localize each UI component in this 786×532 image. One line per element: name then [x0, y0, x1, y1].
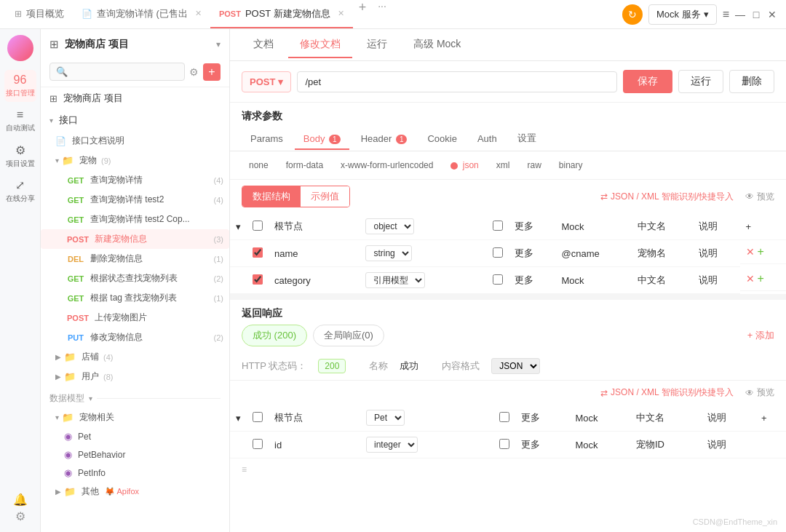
tab-overview[interactable]: ⊞ 项目概览 [6, 0, 73, 28]
refresh-button[interactable]: ↻ [622, 4, 643, 25]
minimize-button[interactable]: — [735, 9, 745, 20]
list-item[interactable]: DEL 删除宠物信息 (1) [41, 249, 229, 269]
add-field-button[interactable]: + [740, 213, 786, 240]
nav-item-settings[interactable]: ⚙ 项目设置 [4, 140, 36, 172]
menu-button[interactable]: ≡ [723, 8, 729, 21]
nav-item-share[interactable]: ⤢ 在线分享 [4, 175, 36, 207]
add-response-button[interactable]: + 添加 [747, 329, 774, 342]
doc-item[interactable]: 📄 接口文档说明 [41, 131, 229, 151]
resp-root-checkbox[interactable] [253, 412, 263, 422]
folder-pet[interactable]: ▾ 📁 宠物 (9) [41, 151, 229, 170]
body-type-raw[interactable]: raw [520, 157, 548, 173]
tab-close-pet-detail[interactable]: ✕ [195, 9, 202, 18]
mock-service-button[interactable]: Mock 服务 ▾ [648, 4, 717, 25]
more-button[interactable]: 更多 [509, 267, 555, 294]
tab-body[interactable]: Body 1 [295, 129, 349, 150]
desc-button[interactable]: 说明 [702, 405, 756, 432]
body-type-urlencoded[interactable]: x-www-form-urlencoded [333, 157, 440, 173]
list-item[interactable]: GET 查询宠物详情 test2 Cop... [41, 210, 229, 229]
interface-section-header[interactable]: ▾ 接口 [41, 109, 229, 131]
close-button[interactable]: ✕ [767, 9, 777, 20]
type-select[interactable]: object [365, 218, 414, 234]
add-field-button[interactable]: + [758, 245, 764, 258]
add-field-button[interactable]: + [758, 272, 764, 285]
name-type-select[interactable]: string [365, 245, 412, 261]
resp-id-checkbox[interactable] [253, 439, 263, 449]
response-import-link[interactable]: ⇄ JSON / XML 智能识别/快捷导入 [600, 386, 734, 399]
desc-button[interactable]: 说明 [693, 213, 739, 240]
content-type-select[interactable]: JSON [491, 358, 540, 374]
expand-arrow[interactable]: ▾ [230, 213, 247, 240]
maximize-button[interactable]: □ [751, 9, 761, 20]
body-type-form-data[interactable]: form-data [279, 157, 330, 173]
list-item[interactable]: GET 根据状态查找宠物列表 (2) [41, 269, 229, 288]
tab-doc[interactable]: 文档 [242, 32, 285, 58]
expand-arrow[interactable]: ▾ [230, 405, 247, 432]
body-type-json[interactable]: json [443, 157, 485, 173]
list-item[interactable]: GET 根据 tag 查找宠物列表 (1) [41, 288, 229, 308]
data-model-arrow[interactable]: ▾ [89, 394, 92, 402]
tab-auth[interactable]: Auth [469, 129, 506, 150]
more-button[interactable]: 更多 [509, 240, 555, 267]
list-item[interactable]: POST 上传宠物图片 [41, 308, 229, 327]
body-type-binary[interactable]: binary [552, 157, 590, 173]
name-required-checkbox[interactable] [493, 247, 503, 258]
run-button[interactable]: 运行 [678, 70, 723, 93]
method-select[interactable]: POST ▾ [242, 71, 291, 92]
save-button[interactable]: 保存 [623, 70, 672, 93]
tab-run[interactable]: 运行 [355, 32, 399, 58]
tab-header[interactable]: Header 1 [352, 129, 416, 150]
resp-root-req-checkbox[interactable] [499, 412, 509, 422]
add-field-button[interactable]: + [755, 405, 786, 432]
filter-icon[interactable]: ⚙ [189, 66, 199, 78]
path-input[interactable] [297, 71, 617, 92]
category-required-checkbox[interactable] [493, 274, 503, 285]
response-preview-link[interactable]: 👁 预览 [745, 386, 774, 399]
import-link[interactable]: ⇄ JSON / XML 智能识别/快捷导入 [600, 191, 734, 203]
category-checkbox[interactable] [253, 274, 263, 285]
delete-field-button[interactable]: ✕ [746, 273, 755, 285]
delete-button[interactable]: 删除 [729, 70, 774, 93]
model-item-petinfo[interactable]: ◉ PetInfo [41, 464, 229, 482]
list-item[interactable]: PUT 修改宠物信息 (2) [41, 327, 229, 347]
desc-button[interactable]: 说明 [702, 432, 756, 458]
body-type-none[interactable]: none [242, 157, 276, 173]
body-type-xml[interactable]: xml [489, 157, 517, 173]
preview-link[interactable]: 👁 预览 [745, 191, 774, 203]
ds-btn-example[interactable]: 示例值 [301, 186, 349, 207]
model-item-pet[interactable]: ◉ Pet [41, 427, 229, 445]
search-input[interactable] [71, 67, 178, 77]
list-item[interactable]: GET 查询宠物详情 (4) [41, 170, 229, 190]
tab-new-pet[interactable]: POST POST 新建宠物信息 ✕ [210, 0, 353, 28]
folder-store[interactable]: ▶ 📁 店铺 (4) [41, 347, 229, 367]
add-button[interactable]: + [203, 63, 221, 81]
model-item-petbehavior[interactable]: ◉ PetBehavior [41, 445, 229, 464]
folder-user[interactable]: ▶ 📁 用户 (8) [41, 367, 229, 386]
required-checkbox[interactable] [493, 221, 503, 231]
tab-modify-doc[interactable]: 修改文档 [288, 32, 352, 58]
root-checkbox[interactable] [253, 221, 263, 231]
desc-button[interactable]: 说明 [693, 240, 739, 267]
resp-root-type-select[interactable]: Pet [366, 410, 405, 426]
response-tab-global[interactable]: 全局响应(0) [313, 325, 384, 346]
list-item[interactable]: GET 查询宠物详情 test2 (4) [41, 190, 229, 210]
tab-advanced-mock[interactable]: 高级 Mock [402, 32, 472, 58]
nav-item-auto-test[interactable]: ≡ 自动测试 [4, 105, 36, 137]
tab-add-button[interactable]: + [353, 0, 373, 28]
tab-more-button[interactable]: ··· [372, 0, 392, 28]
folder-pet-models[interactable]: ▾ 📁 宠物相关 [41, 408, 229, 427]
overview-item[interactable]: ⊞ 宠物商店 项目 [41, 87, 229, 109]
more-button[interactable]: 更多 [515, 405, 570, 432]
ds-btn-structure[interactable]: 数据结构 [242, 186, 301, 207]
tab-cookie[interactable]: Cookie [418, 129, 465, 150]
gear-button[interactable]: ⚙ [15, 509, 25, 523]
notification-button[interactable]: 🔔 [13, 493, 28, 507]
more-button[interactable]: 更多 [509, 213, 555, 240]
resp-id-req-checkbox[interactable] [499, 439, 509, 449]
tab-settings[interactable]: 设置 [509, 127, 545, 151]
tab-close-new-pet[interactable]: ✕ [338, 9, 344, 18]
folder-other[interactable]: ▶ 📁 其他 🦊 Apifox [41, 482, 229, 501]
resp-id-type-select[interactable]: integer [366, 437, 418, 453]
desc-button[interactable]: 说明 [693, 267, 739, 294]
tab-pet-detail[interactable]: 📄 查询宠物详情 (已售出 ✕ [73, 0, 210, 28]
